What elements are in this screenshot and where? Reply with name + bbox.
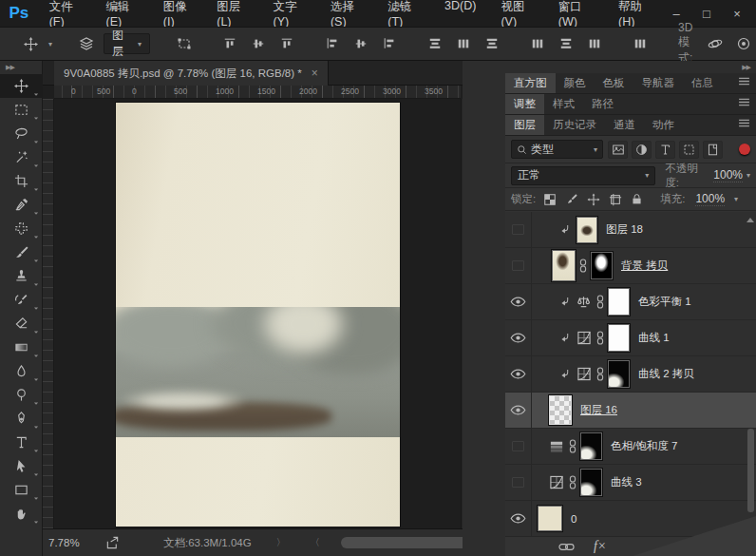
hand-tool[interactable]: [0, 502, 43, 526]
magic-wand-tool[interactable]: [0, 145, 43, 169]
filter-pixel-layers-button[interactable]: [608, 141, 628, 159]
type-tool[interactable]: [0, 431, 43, 454]
layer-mask-thumbnail[interactable]: [580, 432, 602, 460]
layer-name[interactable]: 背景 拷贝: [621, 259, 668, 273]
panel-menu-icon[interactable]: [738, 119, 750, 127]
layer-name[interactable]: 图层 18: [606, 222, 643, 237]
align-horizontal-centers-button[interactable]: [350, 32, 372, 55]
blend-mode-select[interactable]: 正常 ▾: [511, 166, 655, 185]
distribute-left-edges-button[interactable]: [526, 32, 549, 55]
show-transform-controls-button[interactable]: [173, 32, 196, 55]
3d-roll-button[interactable]: [732, 32, 755, 55]
tab-通道[interactable]: 通道: [605, 115, 644, 135]
zoom-level-field[interactable]: 7.78%: [48, 537, 98, 548]
fill-value[interactable]: 100%: [695, 192, 725, 206]
gradient-tool[interactable]: [0, 336, 43, 359]
layer-mask-thumbnail[interactable]: [608, 324, 630, 352]
auto-select-button[interactable]: [75, 32, 98, 55]
panels-collapse-arrows-icon[interactable]: ▶▶: [505, 61, 756, 73]
layer-row-曲线 3[interactable]: 曲线 3: [505, 465, 756, 501]
crop-tool[interactable]: [0, 169, 43, 193]
minimize-button[interactable]: –: [663, 4, 690, 23]
distribute-spacing-button[interactable]: [629, 32, 652, 55]
scroll-left-arrow-icon[interactable]: 〈: [311, 536, 320, 549]
auto-select-target-dropdown[interactable]: 图层▾: [104, 33, 150, 54]
tab-动作[interactable]: 动作: [644, 115, 683, 135]
close-button[interactable]: ×: [724, 4, 750, 23]
layer-row-曲线 2 拷贝[interactable]: 曲线 2 拷贝: [505, 356, 756, 393]
tab-路径[interactable]: 路径: [583, 94, 622, 114]
layer-thumbnail[interactable]: [552, 250, 576, 281]
layer-visibility-toggle[interactable]: [505, 501, 532, 536]
lasso-tool[interactable]: [0, 122, 43, 145]
document-tab[interactable]: 9V0A0885 拷贝.psd @ 7.78% (图层 16, RGB/8) *…: [54, 61, 329, 86]
horizontal-scroll-thumb[interactable]: [341, 537, 468, 548]
scroll-right-arrow-icon[interactable]: 〉: [276, 536, 286, 549]
toolbar-expand-arrows-icon[interactable]: ▶▶: [0, 61, 42, 74]
layer-filter-toggle[interactable]: [739, 144, 750, 155]
brush-tool[interactable]: [0, 240, 43, 264]
clone-stamp-tool[interactable]: [0, 264, 43, 288]
shape-tool[interactable]: [0, 478, 43, 502]
layer-visibility-toggle[interactable]: [505, 429, 532, 464]
layer-row-色彩平衡 1[interactable]: 色彩平衡 1: [505, 284, 756, 320]
layer-list-scrollbar[interactable]: [746, 212, 756, 536]
distribute-top-edges-button[interactable]: [424, 32, 446, 55]
align-top-edges-button[interactable]: [218, 32, 241, 55]
eraser-tool[interactable]: [0, 312, 43, 336]
lock-artboard-button[interactable]: [607, 191, 623, 207]
layer-mask-thumbnail[interactable]: [580, 469, 602, 496]
dodge-tool[interactable]: [0, 383, 43, 407]
3d-orbit-button[interactable]: [704, 32, 727, 55]
distribute-horizontal-centers-button[interactable]: [555, 32, 577, 55]
layer-name[interactable]: 0: [571, 513, 576, 525]
tab-信息[interactable]: 信息: [683, 73, 722, 93]
layer-name[interactable]: 曲线 2 拷贝: [638, 367, 694, 381]
layer-effects-icon[interactable]: f×: [594, 539, 606, 554]
history-brush-tool[interactable]: [0, 288, 43, 312]
layer-visibility-toggle[interactable]: [505, 320, 532, 355]
chevron-down-icon[interactable]: ▾: [747, 171, 750, 180]
align-left-edges-button[interactable]: [321, 32, 344, 55]
layer-thumbnail[interactable]: [538, 506, 562, 531]
panel-menu-icon[interactable]: [738, 77, 750, 86]
lock-all-button[interactable]: [629, 191, 645, 207]
layer-visibility-toggle[interactable]: [505, 212, 532, 247]
lock-transparent-pixels-button[interactable]: [541, 191, 558, 207]
tab-图层[interactable]: 图层: [505, 115, 544, 135]
align-vertical-centers-button[interactable]: [247, 32, 270, 55]
layer-filter-kind-select[interactable]: 类型 ▾: [511, 140, 603, 159]
link-layers-icon[interactable]: [558, 543, 575, 551]
tab-调整[interactable]: 调整: [505, 94, 544, 114]
filter-type-layers-button[interactable]: [655, 141, 675, 159]
tab-导航器[interactable]: 导航器: [633, 73, 684, 93]
tab-颜色[interactable]: 颜色: [556, 73, 595, 93]
layer-thumbnail[interactable]: [549, 395, 572, 425]
layer-name[interactable]: 色相/饱和度 7: [611, 439, 677, 453]
healing-brush-tool[interactable]: [0, 217, 43, 240]
tab-close-icon[interactable]: ×: [312, 67, 318, 80]
tab-历史记录[interactable]: 历史记录: [544, 115, 605, 135]
document-size-info[interactable]: 文档:63.3M/1.04G: [163, 536, 252, 550]
layer-name[interactable]: 曲线 3: [611, 475, 642, 489]
layer-list-scroll-thumb[interactable]: [747, 429, 754, 512]
layer-row-背景 拷贝[interactable]: 背景 拷贝: [505, 248, 756, 284]
eyedropper-tool[interactable]: [0, 193, 43, 217]
layer-visibility-toggle[interactable]: [505, 248, 532, 283]
path-selection-tool[interactable]: [0, 454, 43, 478]
layer-name[interactable]: 图层 16: [580, 403, 617, 417]
move-tool-preset-button[interactable]: [19, 32, 42, 55]
layer-mask-thumbnail[interactable]: [608, 288, 630, 316]
layer-row-图层 16[interactable]: 图层 16: [505, 393, 756, 429]
pen-tool[interactable]: [0, 407, 43, 431]
layer-visibility-toggle[interactable]: [505, 393, 532, 428]
distribute-vertical-centers-button[interactable]: [452, 32, 475, 55]
layer-thumbnail[interactable]: [576, 217, 597, 243]
align-bottom-edges-button[interactable]: [275, 32, 298, 55]
maximize-button[interactable]: □: [693, 4, 720, 23]
scroll-up-arrow-icon[interactable]: [747, 218, 754, 222]
lock-image-pixels-button[interactable]: [563, 191, 579, 207]
canvas-image[interactable]: [116, 103, 400, 527]
layer-visibility-toggle[interactable]: [505, 284, 532, 319]
tab-直方图[interactable]: 直方图: [505, 73, 556, 93]
